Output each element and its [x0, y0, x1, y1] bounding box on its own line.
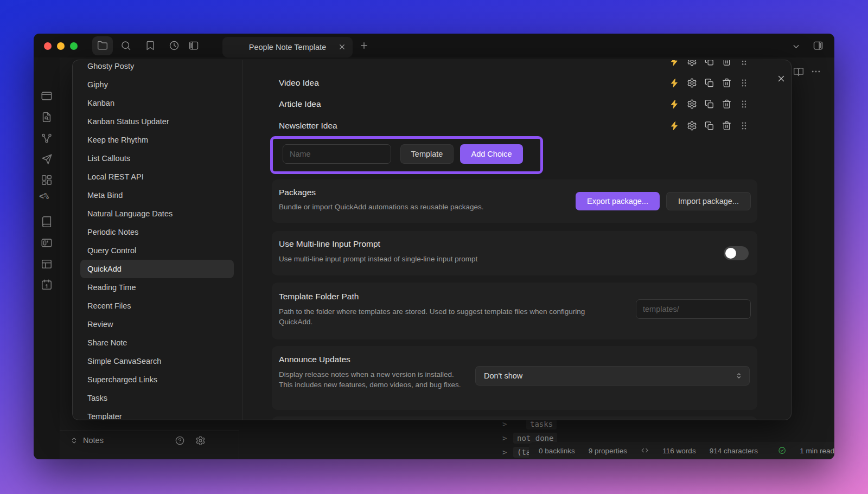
clock-history-icon[interactable]: [169, 40, 180, 51]
delete-choice-trash-icon[interactable]: [722, 120, 732, 131]
macos-zoom-button[interactable]: [70, 42, 78, 50]
export-package-button[interactable]: Export package...: [576, 192, 660, 210]
vault-switcher[interactable]: Notes: [60, 432, 239, 449]
settings-tab-kanban[interactable]: Kanban: [73, 94, 241, 112]
packages-description: Bundle or import QuickAdd automations as…: [279, 202, 483, 212]
settings-tab-share-note[interactable]: Share Note: [73, 333, 241, 352]
configure-choice-gear-icon[interactable]: [687, 78, 697, 88]
template-folder-description: Path to the folder where templates are s…: [279, 306, 599, 327]
settings-modal: Ghosty PostyGiphyKanbanKanban Status Upd…: [72, 60, 792, 420]
more-options-ellipsis-icon[interactable]: [810, 66, 821, 77]
settings-tab-templater[interactable]: Templater: [73, 407, 241, 420]
templater-icon[interactable]: <%: [39, 191, 49, 201]
duplicate-choice-copy-icon[interactable]: [704, 60, 714, 66]
run-choice-lightning-icon[interactable]: [669, 120, 680, 131]
macos-close-button[interactable]: [44, 42, 52, 50]
settings-tab-supercharged-links[interactable]: Supercharged Links: [73, 370, 241, 389]
reading-view-book-open-icon[interactable]: [793, 66, 804, 77]
configure-choice-gear-icon[interactable]: [687, 99, 697, 110]
tab-title: People Note Template: [249, 43, 326, 52]
tab-list-chevron-down-icon[interactable]: [792, 42, 801, 51]
import-package-button[interactable]: Import package...: [666, 192, 751, 210]
tab-close-icon[interactable]: [338, 43, 346, 51]
duplicate-choice-copy-icon[interactable]: [704, 99, 714, 110]
sidebar-right-divider: [239, 430, 239, 459]
check-circle-icon: [778, 446, 786, 455]
multiline-toggle-off[interactable]: [724, 246, 749, 260]
left-ribbon: <%: [34, 57, 60, 459]
configure-choice-gear-icon[interactable]: [687, 120, 697, 131]
macos-minimize-button[interactable]: [57, 42, 65, 50]
multiline-description: Use multi-line input prompt instead of s…: [279, 254, 477, 264]
settings-tab-simple-canvasearch[interactable]: Simple CanvaSearch: [73, 352, 241, 370]
editor-quote-line: >tasks: [502, 419, 557, 429]
read-time: 1 min read: [800, 447, 834, 455]
panel-left-toggle-icon[interactable]: [188, 40, 199, 51]
settings-tab-list-callouts[interactable]: List Callouts: [73, 149, 241, 168]
calendar-day-icon[interactable]: [41, 279, 53, 291]
settings-tab-keep-the-rhythm[interactable]: Keep the Rhythm: [73, 131, 241, 149]
toggle-knob: [725, 248, 736, 259]
run-choice-lightning-icon[interactable]: [669, 99, 680, 110]
help-icon[interactable]: [175, 435, 185, 446]
settings-tab-natural-language-dates[interactable]: Natural Language Dates: [73, 204, 241, 223]
announce-select[interactable]: Don't show: [475, 366, 750, 386]
modal-close-icon[interactable]: [776, 74, 786, 84]
table-layout-icon[interactable]: [41, 258, 53, 270]
settings-tab-ghosty-posty[interactable]: Ghosty Posty: [73, 60, 241, 75]
layout-dashboard-icon[interactable]: [41, 174, 53, 186]
code-icon[interactable]: [641, 446, 649, 455]
tab-people-note-template[interactable]: People Note Template: [222, 37, 353, 57]
duplicate-choice-copy-icon[interactable]: [704, 78, 714, 88]
drag-handle-grip-icon[interactable]: [739, 99, 749, 110]
settings-tab-periodic-notes[interactable]: Periodic Notes: [73, 223, 241, 241]
run-choice-lightning-icon[interactable]: [669, 78, 680, 88]
settings-tab-reading-time[interactable]: Reading Time: [73, 278, 241, 297]
file-search-icon[interactable]: [41, 111, 53, 123]
run-choice-lightning-icon[interactable]: [669, 60, 680, 66]
settings-tab-recent-files[interactable]: Recent Files: [73, 297, 241, 315]
choice-actions: [669, 99, 749, 110]
properties-count[interactable]: 9 properties: [589, 447, 627, 455]
settings-tab-meta-bind[interactable]: Meta Bind: [73, 186, 241, 204]
choice-type-template-button[interactable]: Template: [400, 144, 454, 164]
add-choice-button[interactable]: Add Choice: [460, 144, 523, 164]
settings-tab-giphy[interactable]: Giphy: [73, 75, 241, 94]
card-note-icon[interactable]: [41, 237, 53, 249]
graph-view-icon[interactable]: [41, 132, 53, 144]
book-icon[interactable]: [41, 216, 53, 228]
settings-tab-local-rest-api[interactable]: Local REST API: [73, 168, 241, 186]
delete-choice-trash-icon[interactable]: [722, 78, 732, 88]
configure-choice-gear-icon[interactable]: [687, 60, 697, 66]
delete-choice-trash-icon[interactable]: [722, 99, 732, 110]
duplicate-choice-copy-icon[interactable]: [704, 120, 714, 131]
send-publish-icon[interactable]: [41, 153, 53, 165]
delete-choice-trash-icon[interactable]: [722, 60, 732, 66]
drag-handle-grip-icon[interactable]: [739, 60, 749, 66]
choice-row: Newsletter Idea: [279, 115, 749, 137]
choice-actions: [669, 78, 749, 88]
new-tab-plus-icon[interactable]: [359, 41, 369, 50]
drag-handle-grip-icon[interactable]: [739, 78, 749, 88]
settings-tab-review[interactable]: Review: [73, 315, 241, 333]
backlinks-count[interactable]: 0 backlinks: [539, 447, 575, 455]
panel-right-toggle-icon[interactable]: [813, 40, 824, 51]
drag-handle-grip-icon[interactable]: [739, 120, 749, 131]
choice-name-input[interactable]: [283, 144, 391, 164]
bookmark-icon[interactable]: [145, 40, 156, 51]
settings-tab-tasks[interactable]: Tasks: [73, 389, 241, 407]
settings-tab-query-control[interactable]: Query Control: [73, 241, 241, 260]
choice-name: Newsletter Idea: [279, 121, 337, 131]
search-icon[interactable]: [120, 40, 131, 51]
template-folder-input[interactable]: [636, 299, 751, 319]
settings-gear-icon[interactable]: [195, 435, 206, 446]
status-bar: 0 backlinks 9 properties 116 words 914 c…: [529, 442, 834, 459]
sidebar-bottom-divider: [60, 430, 239, 431]
character-count[interactable]: 914 characters: [710, 447, 758, 455]
folder-icon[interactable]: [97, 40, 108, 51]
settings-tab-kanban-status-updater[interactable]: Kanban Status Updater: [73, 112, 241, 131]
word-count[interactable]: 116 words: [662, 447, 695, 455]
select-chevrons-icon: [735, 371, 743, 380]
app-window-icon[interactable]: [41, 90, 53, 102]
settings-tab-quickadd[interactable]: QuickAdd: [80, 260, 234, 278]
